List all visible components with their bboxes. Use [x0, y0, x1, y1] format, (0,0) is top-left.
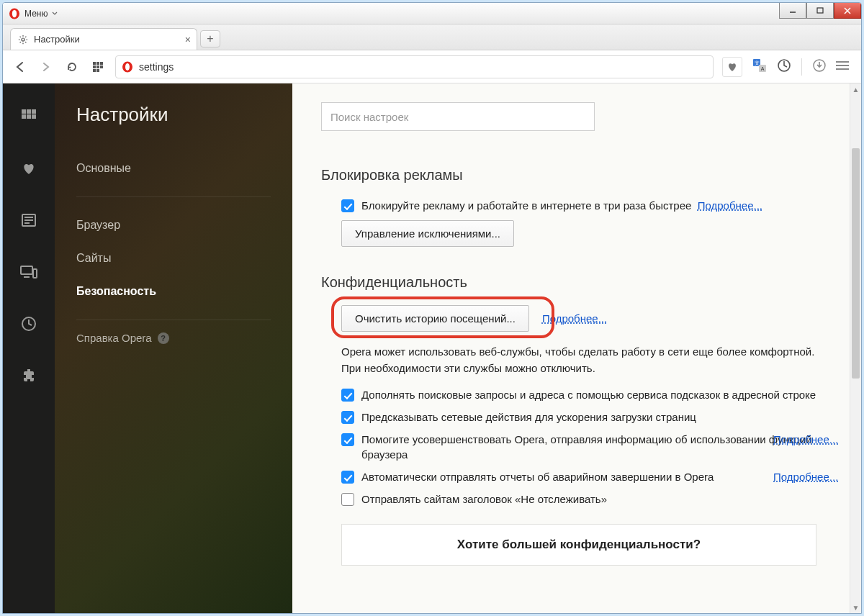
navbar-right: 文A: [722, 57, 827, 77]
easy-setup-button[interactable]: [835, 60, 852, 73]
svg-rect-8: [93, 65, 96, 68]
opera-window: Меню Настройки × + 文A: [2, 2, 862, 614]
settings-search-placeholder: Поиск настроек: [330, 111, 408, 123]
svg-rect-34: [21, 266, 32, 274]
privacy-opt3-label: Помогите усовершенствовать Opera, отправ…: [361, 432, 816, 462]
sidebar-item-security[interactable]: Безопасность: [76, 275, 271, 308]
svg-rect-7: [100, 62, 103, 65]
svg-rect-26: [32, 109, 36, 114]
privacy-promo: Хотите большей конфиденциальности?: [341, 524, 816, 566]
sidebar-help[interactable]: Справка Opera ?: [76, 332, 271, 344]
privacy-opt5-label: Отправлять сайтам заголовок «Не отслежив…: [361, 492, 816, 507]
svg-rect-27: [22, 114, 26, 119]
menu-button[interactable]: Меню: [3, 8, 58, 19]
svg-rect-3: [817, 8, 823, 13]
content-area: Настройки Основные Браузер Сайты Безопас…: [3, 83, 861, 613]
privacy-opt5-checkbox[interactable]: [341, 493, 354, 506]
rail-speed-dial-icon[interactable]: [19, 107, 39, 127]
downloads-button[interactable]: [812, 58, 827, 76]
minimize-button[interactable]: [779, 3, 806, 19]
privacy-opt2-checkbox[interactable]: [341, 411, 354, 424]
svg-point-1: [12, 9, 17, 17]
opera-logo-icon: [9, 8, 20, 19]
speed-dial-button[interactable]: [89, 58, 107, 76]
manage-exceptions-button[interactable]: Управление исключениями...: [341, 220, 514, 247]
svg-rect-11: [93, 69, 96, 72]
opera-badge-icon: [122, 61, 133, 73]
translate-button[interactable]: 文A: [752, 58, 767, 76]
sidebar-item-browser[interactable]: Браузер: [76, 209, 271, 242]
tab-close-icon[interactable]: ×: [185, 34, 191, 45]
privacy-opt5-row: Отправлять сайтам заголовок «Не отслежив…: [341, 492, 816, 507]
tab-settings[interactable]: Настройки ×: [10, 28, 197, 50]
clear-history-button[interactable]: Очистить историю посещений...: [341, 305, 529, 332]
navbar: 文A: [3, 50, 861, 83]
tab-title: Настройки: [34, 34, 80, 45]
privacy-opt2-label: Предсказывать сетевые действия для ускор…: [361, 409, 816, 425]
bookmark-heart-button[interactable]: [722, 57, 742, 77]
privacy-opt2-row: Предсказывать сетевые действия для ускор…: [341, 409, 816, 425]
privacy-opt1-checkbox[interactable]: [341, 389, 354, 402]
back-button[interactable]: [12, 58, 29, 76]
privacy-more-link[interactable]: Подробнее...: [542, 312, 607, 325]
adblock-checkbox-label: Блокируйте рекламу и работайте в интерне…: [361, 199, 691, 212]
svg-rect-9: [96, 65, 99, 68]
svg-rect-28: [27, 114, 31, 119]
svg-rect-24: [22, 109, 26, 114]
close-button[interactable]: [834, 3, 861, 19]
adblock-more-link[interactable]: Подробнее...: [698, 199, 762, 212]
section-privacy: Конфиденциальность Очистить историю посе…: [321, 274, 816, 566]
privacy-opt4-label: Автоматически отправлять отчеты об авари…: [361, 469, 816, 484]
rail-extensions-icon[interactable]: [19, 366, 39, 386]
menu-label: Меню: [24, 9, 48, 19]
svg-rect-12: [96, 69, 99, 72]
rail-bookmarks-icon[interactable]: [19, 158, 39, 178]
svg-rect-35: [33, 269, 37, 278]
settings-main: Поиск настроек Блокировка рекламы Блокир…: [292, 83, 861, 613]
privacy-description: Opera может использовать веб-службы, что…: [341, 343, 816, 377]
svg-rect-5: [93, 62, 96, 65]
svg-text:A: A: [761, 66, 765, 71]
sidebar-item-sites[interactable]: Сайты: [76, 242, 271, 275]
privacy-opt3-checkbox[interactable]: [341, 433, 354, 446]
svg-point-4: [22, 37, 24, 40]
sidebar-title: Настройки: [76, 104, 271, 126]
sidebar-help-label: Справка Opera: [76, 332, 152, 344]
window-controls: [779, 3, 861, 19]
forward-button[interactable]: [37, 58, 55, 76]
privacy-opt4-more-link[interactable]: Подробнее...: [773, 469, 838, 484]
svg-rect-10: [100, 65, 103, 68]
privacy-opt3-more-link[interactable]: Подробнее...: [773, 432, 838, 447]
svg-point-14: [125, 63, 130, 71]
main-scrollbar[interactable]: ▲ ▼: [850, 83, 861, 613]
privacy-opt3-row: Помогите усовершенствовать Opera, отправ…: [341, 432, 816, 462]
sidebar-item-basic[interactable]: Основные: [76, 152, 271, 185]
adblock-checkbox-row: Блокируйте рекламу и работайте в интерне…: [341, 198, 816, 213]
address-input[interactable]: [139, 61, 707, 73]
privacy-opt1-row: Дополнять поисковые запросы и адреса с п…: [341, 387, 816, 402]
section-adblock: Блокировка рекламы Блокируйте рекламу и …: [321, 167, 816, 247]
settings-search[interactable]: Поиск настроек: [321, 102, 595, 131]
gear-icon: [18, 35, 28, 45]
adblock-checkbox[interactable]: [341, 199, 354, 212]
privacy-opt4-row: Автоматически отправлять отчеты об авари…: [341, 469, 816, 484]
privacy-promo-text: Хотите большей конфиденциальности?: [457, 538, 701, 551]
help-icon: ?: [158, 332, 169, 344]
rail-sync-icon[interactable]: [19, 262, 39, 282]
adblock-icon-button[interactable]: [777, 58, 791, 76]
icon-rail: [3, 83, 55, 613]
svg-rect-6: [96, 62, 99, 65]
address-bar[interactable]: [115, 55, 714, 78]
svg-rect-29: [32, 114, 36, 119]
rail-news-icon[interactable]: [19, 210, 39, 230]
reload-button[interactable]: [63, 58, 81, 76]
svg-rect-25: [27, 109, 31, 114]
maximize-button[interactable]: [806, 3, 834, 19]
privacy-opt1-label: Дополнять поисковые запросы и адреса с п…: [361, 387, 816, 402]
privacy-opt4-checkbox[interactable]: [341, 471, 354, 484]
new-tab-button[interactable]: +: [200, 30, 220, 47]
rail-history-icon[interactable]: [19, 314, 39, 334]
scroll-down-icon[interactable]: ▼: [850, 602, 861, 613]
scroll-thumb[interactable]: [852, 148, 860, 379]
scroll-up-icon[interactable]: ▲: [850, 83, 861, 95]
